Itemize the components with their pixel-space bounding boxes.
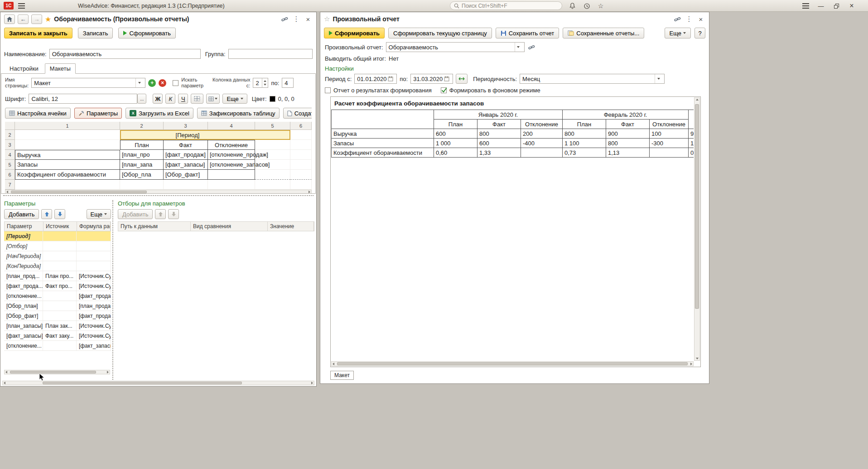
report-horizontal-scrollbar[interactable]: [331, 361, 694, 366]
report-more-button[interactable]: Еще: [665, 28, 691, 38]
close-app-icon[interactable]: ×: [847, 2, 856, 10]
total-value[interactable]: Нет: [389, 55, 399, 62]
results-report-checkbox[interactable]: [325, 87, 331, 93]
param-formula-cell[interactable]: [факт_запасы]: [77, 341, 111, 350]
grid-row-header[interactable]: 3: [5, 140, 15, 150]
parameter-row[interactable]: [НачПериода]: [4, 251, 111, 261]
tab-layouts[interactable]: Макеты: [45, 63, 76, 74]
window-horizontal-scrollbar[interactable]: [2, 381, 314, 385]
layout-sheet-tab[interactable]: Макет: [330, 371, 354, 380]
parameter-row[interactable]: [факт_запасы] Факт заку... [Источник.Сум…: [4, 331, 111, 341]
grid-cell[interactable]: [15, 140, 120, 150]
param-source-cell[interactable]: [43, 301, 77, 311]
close-window-icon[interactable]: ×: [304, 14, 313, 24]
font-picker-ellipsis-button[interactable]: ...: [137, 94, 146, 104]
filter-move-down-button[interactable]: [168, 209, 179, 219]
history-clock-icon[interactable]: [582, 2, 591, 10]
report-select-combo[interactable]: Оборачиваемость: [386, 42, 525, 52]
parameter-row[interactable]: [Обор_план] [план_продаж]: [4, 301, 111, 311]
param-source-cell[interactable]: Факт заку...: [43, 331, 77, 340]
param-source-cell[interactable]: [43, 261, 77, 271]
parameter-row[interactable]: [Отбор]: [4, 241, 111, 251]
param-source-cell[interactable]: [43, 291, 77, 301]
period-cell-selected[interactable]: [Период]: [120, 130, 290, 140]
save-button[interactable]: Записать: [78, 28, 113, 38]
param-source-cell[interactable]: Факт про...: [43, 281, 77, 291]
param-name-cell[interactable]: [факт_запасы]: [4, 331, 43, 340]
param-formula-cell[interactable]: [77, 241, 111, 251]
grid-cell[interactable]: [факт_запасы]: [164, 160, 208, 170]
create-template-button[interactable]: Создать по шаблону: [283, 108, 312, 119]
parameters-button[interactable]: Параметры: [74, 108, 122, 119]
report-vertical-scrollbar[interactable]: [694, 97, 700, 361]
param-source-cell[interactable]: [43, 341, 77, 350]
italic-button[interactable]: К: [165, 94, 175, 104]
grid-cell[interactable]: [208, 170, 255, 180]
add-page-icon[interactable]: +: [148, 79, 156, 87]
param-name-cell[interactable]: [план_прод...: [4, 271, 43, 281]
grid-col-header[interactable]: 1: [15, 122, 120, 130]
global-search-input[interactable]: Поиск Ctrl+Shift+F: [450, 1, 562, 10]
grid-cell[interactable]: [290, 130, 312, 140]
param-formula-cell[interactable]: [факт_продаж]: [77, 311, 111, 321]
grid-cell[interactable]: [290, 180, 312, 190]
grid-row-header[interactable]: 7: [5, 180, 15, 190]
grid-style-dropdown[interactable]: [206, 94, 220, 104]
scroll-thumb[interactable]: [695, 104, 699, 309]
font-more-button[interactable]: Еще: [222, 94, 247, 104]
parameter-row[interactable]: [КонПериода]: [4, 261, 111, 271]
dropdown-arrow-icon[interactable]: [135, 78, 143, 87]
move-down-button[interactable]: [54, 209, 65, 219]
parameter-row[interactable]: [факт_прода... Факт про... [Источник.Сум…: [4, 281, 111, 291]
name-input[interactable]: Оборачиваемость: [49, 49, 201, 59]
param-formula-cell[interactable]: [план_продаж]: [77, 301, 111, 311]
restore-window-icon[interactable]: [832, 2, 841, 10]
grid-cell[interactable]: [208, 180, 255, 190]
grid-cell[interactable]: [255, 180, 290, 190]
grid-row-header[interactable]: 2: [5, 130, 15, 140]
grid-cell[interactable]: [120, 180, 164, 190]
param-formula-cell[interactable]: [77, 251, 111, 261]
add-parameter-button[interactable]: Добавить: [4, 209, 39, 219]
scroll-right-icon[interactable]: [311, 382, 313, 384]
grid-cell[interactable]: [план_про: [120, 150, 164, 160]
param-source-cell[interactable]: План зак...: [43, 321, 77, 330]
generate-report-button[interactable]: Сформировать: [324, 28, 385, 38]
notifications-bell-icon[interactable]: [568, 2, 577, 10]
param-formula-cell[interactable]: [77, 231, 111, 241]
close-window-icon[interactable]: ×: [696, 14, 705, 24]
calendar-icon[interactable]: [443, 74, 450, 83]
load-excel-button[interactable]: X Загрузить из Excel: [125, 108, 193, 119]
bold-button[interactable]: Ж: [153, 94, 163, 104]
param-name-cell[interactable]: [Отбор]: [4, 241, 43, 251]
link-icon[interactable]: [280, 14, 289, 24]
param-formula-cell[interactable]: [77, 261, 111, 271]
fix-table-button[interactable]: Зафиксировать таблицу: [197, 108, 280, 119]
parameter-row[interactable]: [отклонение... [факт_запасы]: [4, 341, 111, 351]
grid-cell[interactable]: [Обор_пла: [120, 170, 164, 180]
grid-col-header[interactable]: 6: [290, 122, 312, 130]
dropdown-arrow-icon[interactable]: [515, 43, 522, 52]
param-formula-cell[interactable]: [Источник.Сумм: [77, 281, 111, 291]
param-name-cell[interactable]: [отклонение...: [4, 341, 43, 350]
generate-page-button[interactable]: Сформировать текущую страницу: [388, 28, 492, 38]
param-formula-cell[interactable]: [Источник.Сумм: [77, 331, 111, 340]
page-name-combo[interactable]: Макет: [31, 78, 145, 88]
filter-move-up-button[interactable]: [155, 209, 166, 219]
grid-cell[interactable]: [255, 140, 290, 150]
grid-cell[interactable]: [290, 160, 312, 170]
grid-col-header[interactable]: 4: [208, 122, 255, 130]
grid-cell[interactable]: План: [120, 140, 164, 150]
scroll-right-icon[interactable]: [690, 363, 692, 365]
grid-row-header[interactable]: 6: [5, 170, 15, 180]
open-report-link-icon[interactable]: [527, 43, 536, 52]
param-source-cell[interactable]: [43, 311, 77, 321]
home-icon[interactable]: [4, 14, 15, 24]
forward-icon[interactable]: →: [31, 14, 42, 24]
grid-cell[interactable]: [отклонение_продаж]: [208, 150, 255, 160]
parameters-more-button[interactable]: Еще: [87, 209, 111, 219]
parameter-row[interactable]: [Период]: [4, 231, 111, 241]
param-source-cell[interactable]: План про...: [43, 271, 77, 281]
column-to-spinner[interactable]: 4: [282, 78, 294, 88]
scroll-right-icon[interactable]: [107, 371, 109, 373]
